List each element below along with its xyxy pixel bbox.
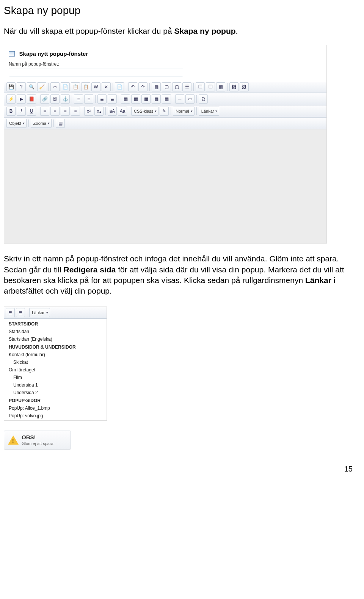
- list-bullet-icon[interactable]: ≣: [108, 94, 117, 104]
- separator: [82, 107, 82, 115]
- links-item[interactable]: Startsidan (Engelska): [4, 335, 107, 343]
- form-icon[interactable]: ☰: [182, 82, 191, 91]
- list-num-icon[interactable]: ≣: [97, 94, 107, 104]
- toolbar-row-3: B I U ≡ ≡ ≡ ≡ x² x₂ aA Aa CSS-klass▾ ✎ N…: [4, 105, 326, 117]
- clear-format-icon[interactable]: 🧹: [37, 82, 46, 91]
- undo-icon[interactable]: ↶: [128, 82, 137, 91]
- links-heading: STARTSIDOR: [4, 320, 107, 328]
- new-icon[interactable]: 📄: [115, 82, 124, 91]
- align-r-icon[interactable]: ≡: [61, 107, 70, 116]
- separator: [38, 95, 38, 103]
- eraser-icon[interactable]: ✎: [160, 107, 169, 116]
- italic-icon[interactable]: I: [17, 107, 26, 116]
- links-item[interactable]: Skickat: [4, 358, 107, 366]
- align-l-icon[interactable]: ≡: [40, 107, 49, 116]
- media-icon[interactable]: ▶: [17, 94, 26, 104]
- table-del-col-icon[interactable]: ▦: [162, 94, 171, 104]
- underline-icon[interactable]: U: [27, 107, 36, 116]
- props-icon[interactable]: ▤: [56, 119, 65, 128]
- cut-icon[interactable]: ✂: [50, 82, 60, 91]
- separator: [48, 83, 49, 91]
- unlink-icon[interactable]: ⛓: [50, 94, 60, 104]
- list-bullet-icon[interactable]: ≣: [16, 308, 25, 317]
- copy-icon[interactable]: 📄: [61, 82, 70, 91]
- object-combo[interactable]: Objekt▾: [6, 119, 27, 128]
- editor-canvas[interactable]: [4, 129, 326, 243]
- intro-paragraph: När du vill skapa ett popup-fönster klic…: [4, 26, 353, 36]
- intro-text-post: .: [236, 27, 238, 35]
- editor-title: Skapa nytt popup-fönster: [19, 51, 88, 57]
- grid-icon[interactable]: ▦: [152, 82, 161, 91]
- links-open-combo[interactable]: Länkar▾: [29, 308, 50, 317]
- list-num-icon[interactable]: ≣: [6, 308, 15, 317]
- links-item[interactable]: Undersida 2: [4, 389, 107, 396]
- font-up-icon[interactable]: aA: [108, 107, 117, 116]
- separator: [129, 107, 129, 115]
- paste-word-icon[interactable]: 📋: [81, 82, 90, 91]
- separator: [149, 83, 150, 91]
- links-item[interactable]: Om företaget: [4, 366, 107, 374]
- obs-text: OBS! Glöm ej att spara: [22, 434, 53, 446]
- layer-icon[interactable]: ❐: [196, 82, 205, 91]
- links-combo[interactable]: Länkar▾: [199, 107, 220, 116]
- flash-icon[interactable]: ⚡: [6, 94, 16, 104]
- align-left-icon[interactable]: ≡: [74, 94, 83, 104]
- links-heading: HUVUDSIDOR & UNDERSIDOR: [4, 343, 107, 351]
- links-item[interactable]: PopUp: Alice_1.bmp: [4, 404, 107, 412]
- intro-text-pre: När du vill skapa ett popup-fönster klic…: [4, 27, 174, 35]
- table-col-icon[interactable]: ▦: [141, 94, 151, 104]
- links-item[interactable]: Startsidan: [4, 328, 107, 335]
- link-icon[interactable]: 🔗: [40, 94, 49, 104]
- font-down-icon[interactable]: Aa: [118, 107, 127, 116]
- save-icon[interactable]: 💾: [6, 82, 16, 91]
- separator: [95, 95, 96, 103]
- hr-icon[interactable]: ─: [175, 94, 184, 104]
- sup-icon[interactable]: x²: [84, 107, 93, 116]
- links-dropdown-screenshot: ≣ ≣ Länkar▾ STARTSIDOR Startsidan Starts…: [4, 307, 107, 421]
- links-item[interactable]: PopUp: volvo.jpg: [4, 412, 107, 420]
- separator: [227, 83, 228, 91]
- links-toolbar: ≣ ≣ Länkar▾: [4, 307, 107, 319]
- sub-icon[interactable]: x₂: [94, 107, 104, 116]
- zoom-combo[interactable]: Zooma▾: [31, 119, 52, 128]
- css-class-combo[interactable]: CSS-klass▾: [131, 107, 158, 116]
- table-del-row-icon[interactable]: ▦: [152, 94, 161, 104]
- omega-icon[interactable]: Ω: [199, 94, 208, 104]
- anchor-icon[interactable]: ⚓: [61, 94, 70, 104]
- table-prop-icon[interactable]: ▦: [216, 82, 225, 91]
- align-center-icon[interactable]: ≡: [84, 94, 93, 104]
- obs-title: OBS!: [22, 434, 53, 441]
- separator: [171, 107, 171, 115]
- style-normal-combo[interactable]: Normal▾: [173, 107, 194, 116]
- crop-icon[interactable]: ▢: [162, 82, 171, 91]
- image-edit-icon[interactable]: 🖼: [240, 82, 249, 91]
- links-item[interactable]: Undersida 1: [4, 381, 107, 389]
- page-title: Skapa ny popup: [4, 5, 353, 17]
- body2-seg-3: Länkar: [305, 276, 331, 285]
- name-field-label: Namn på popup-fönstret:: [4, 59, 326, 68]
- table-row-icon[interactable]: ▦: [131, 94, 140, 104]
- popup-name-input[interactable]: [9, 69, 183, 77]
- image-icon[interactable]: 🖼: [229, 82, 238, 91]
- find-icon[interactable]: 🔍: [27, 82, 36, 91]
- separator: [173, 95, 173, 103]
- toolbar-row-4: Objekt▾ Zooma▾ ▤: [4, 117, 326, 129]
- align-c-icon[interactable]: ≡: [50, 107, 60, 116]
- layer2-icon[interactable]: ❐: [206, 82, 215, 91]
- box-icon[interactable]: ▭: [185, 94, 195, 104]
- redo-icon[interactable]: ↷: [138, 82, 147, 91]
- links-item[interactable]: Kontakt (formulär): [4, 351, 107, 358]
- help-icon[interactable]: ?: [17, 82, 26, 91]
- pdf-icon[interactable]: 📕: [27, 94, 36, 104]
- remove-icon[interactable]: ✕: [102, 82, 111, 91]
- word-icon[interactable]: W: [91, 82, 100, 91]
- xyz-icon[interactable]: ▢: [172, 82, 181, 91]
- table-icon[interactable]: ▦: [121, 94, 130, 104]
- paste-icon[interactable]: 📋: [71, 82, 80, 91]
- separator: [72, 95, 72, 103]
- bold-icon[interactable]: B: [6, 107, 16, 116]
- body2-seg-1: Redigera sida: [64, 265, 116, 274]
- align-j-icon[interactable]: ≡: [71, 107, 80, 116]
- links-item[interactable]: Film: [4, 374, 107, 381]
- separator: [38, 107, 38, 115]
